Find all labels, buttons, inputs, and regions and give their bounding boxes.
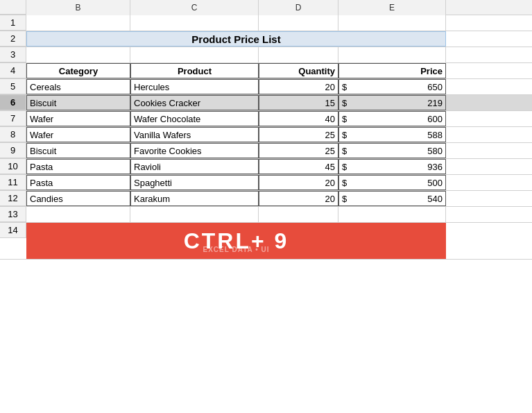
- col-header-d[interactable]: D: [259, 0, 338, 15]
- row-num-8: 8: [0, 127, 26, 142]
- cell-d3[interactable]: [259, 47, 338, 62]
- row-num-3: 3: [0, 47, 26, 62]
- cell-d5[interactable]: 20: [259, 79, 338, 94]
- row-num-14: 14: [0, 223, 26, 238]
- table-row: 7 Wafer Wafer Chocolate 40 $600: [0, 111, 532, 127]
- header-product: Product: [130, 63, 259, 78]
- table-row: 5 Cereals Hercules 20 $650: [0, 79, 532, 95]
- cell-c11[interactable]: Spaghetti: [130, 175, 259, 190]
- cell-d7[interactable]: 40: [259, 111, 338, 126]
- cell-d1[interactable]: [259, 15, 338, 31]
- cell-d9[interactable]: 25: [259, 143, 338, 158]
- banner-row: 14 CTRL+ 9 EXCEL DATA • UI: [0, 223, 532, 260]
- header-quantity: Quantity: [259, 63, 338, 78]
- col-header-c[interactable]: C: [130, 0, 259, 15]
- column-header-row: B C D E: [0, 0, 532, 15]
- cell-b11[interactable]: Pasta: [26, 175, 130, 190]
- cell-c9[interactable]: Favorite Cookies: [130, 143, 259, 158]
- ctrl-banner: CTRL+ 9 EXCEL DATA • UI: [26, 223, 446, 259]
- cell-e5[interactable]: $650: [338, 79, 446, 94]
- header-price: Price: [338, 63, 446, 78]
- banner-watermark: EXCEL DATA • UI: [203, 246, 270, 253]
- row-num-9: 9: [0, 143, 26, 158]
- cell-c8[interactable]: Vanilla Wafers: [130, 127, 259, 142]
- cell-b12[interactable]: Candies: [26, 191, 130, 206]
- row-num-1: 1: [0, 15, 26, 31]
- cell-c3[interactable]: [130, 47, 259, 62]
- cell-e11[interactable]: $500: [338, 175, 446, 190]
- row-num-5: 5: [0, 79, 26, 94]
- cell-c5[interactable]: Hercules: [130, 79, 259, 94]
- table-row: 8 Wafer Vanilla Wafers 25 $588: [0, 127, 532, 143]
- cell-e6[interactable]: $219: [338, 95, 446, 110]
- col-c-label: C: [191, 3, 198, 12]
- title-cell: Product Price List: [26, 31, 446, 47]
- cell-e10[interactable]: $936: [338, 159, 446, 174]
- table-row: 4 Category Product Quantity Price: [0, 63, 532, 79]
- cell-e9[interactable]: $580: [338, 143, 446, 158]
- table-row: 11 Pasta Spaghetti 20 $500: [0, 175, 532, 191]
- table-row: 3: [0, 47, 532, 63]
- corner-cell: [0, 0, 26, 15]
- row-num-6: 6: [0, 95, 26, 110]
- row-num-10: 10: [0, 159, 26, 174]
- col-e-label: E: [389, 3, 395, 12]
- cell-d8[interactable]: 25: [259, 127, 338, 142]
- cell-b3[interactable]: [26, 47, 130, 62]
- row-num-11: 11: [0, 175, 26, 190]
- cell-c7[interactable]: Wafer Chocolate: [130, 111, 259, 126]
- cell-d13[interactable]: [259, 207, 338, 222]
- cell-c13[interactable]: [130, 207, 259, 222]
- row-num-13: 13: [0, 207, 26, 222]
- cell-d10[interactable]: 45: [259, 159, 338, 174]
- col-header-e[interactable]: E: [338, 0, 446, 15]
- cell-e7[interactable]: $600: [338, 111, 446, 126]
- table-row: 12 Candies Karakum 20 $540: [0, 191, 532, 207]
- cell-b7[interactable]: Wafer: [26, 111, 130, 126]
- col-header-b[interactable]: B: [26, 0, 130, 15]
- cell-e1[interactable]: [338, 15, 446, 31]
- cell-b1[interactable]: [26, 15, 130, 31]
- table-row: 10 Pasta Ravioli 45 $936: [0, 159, 532, 175]
- cell-e8[interactable]: $588: [338, 127, 446, 142]
- spreadsheet: B C D E 1 2 Product Price List 3 4: [0, 0, 532, 413]
- cell-c6[interactable]: Cookies Cracker: [130, 95, 259, 110]
- table-row: 13: [0, 207, 532, 223]
- cell-c12[interactable]: Karakum: [130, 191, 259, 206]
- col-b-label: B: [75, 3, 80, 12]
- table-row: 1: [0, 15, 532, 31]
- row-num-4: 4: [0, 63, 26, 78]
- row-num-2: 2: [0, 31, 26, 47]
- cell-b10[interactable]: Pasta: [26, 159, 130, 174]
- cell-e13[interactable]: [338, 207, 446, 222]
- cell-d11[interactable]: 20: [259, 175, 338, 190]
- cell-d12[interactable]: 20: [259, 191, 338, 206]
- table-row: 9 Biscuit Favorite Cookies 25 $580: [0, 143, 532, 159]
- cell-c10[interactable]: Ravioli: [130, 159, 259, 174]
- cell-b13[interactable]: [26, 207, 130, 222]
- cell-d6[interactable]: 15: [259, 95, 338, 110]
- row-num-7: 7: [0, 111, 26, 126]
- cell-b8[interactable]: Wafer: [26, 127, 130, 142]
- cell-e12[interactable]: $540: [338, 191, 446, 206]
- row-num-12: 12: [0, 191, 26, 206]
- cell-b9[interactable]: Biscuit: [26, 143, 130, 158]
- cell-c1[interactable]: [130, 15, 259, 31]
- table-row: 6 Biscuit Cookies Cracker 15 $219: [0, 95, 532, 111]
- header-category: Category: [26, 63, 130, 78]
- table-row: 2 Product Price List: [0, 31, 532, 47]
- cell-b6[interactable]: Biscuit: [26, 95, 130, 110]
- col-d-label: D: [295, 3, 302, 12]
- cell-b5[interactable]: Cereals: [26, 79, 130, 94]
- cell-e3[interactable]: [338, 47, 446, 62]
